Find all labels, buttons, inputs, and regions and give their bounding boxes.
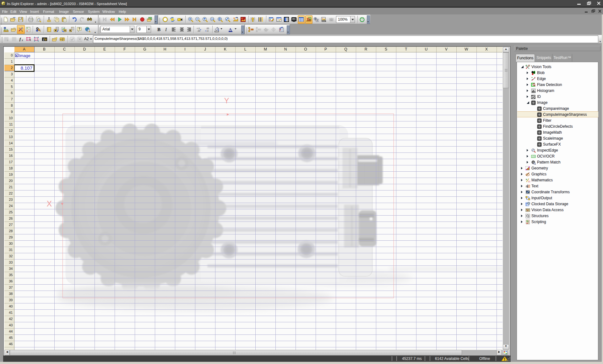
svg-text:x: x	[21, 38, 23, 42]
svg-text:b: b	[528, 185, 530, 188]
svg-text:123: 123	[532, 155, 535, 158]
svg-text:A: A	[229, 27, 232, 32]
svg-text:I: I	[165, 27, 167, 32]
svg-text:.00: .00	[206, 27, 209, 29]
svg-text:x: x	[526, 178, 527, 181]
svg-text:1x: 1x	[211, 18, 214, 20]
svg-text:B: B	[157, 27, 160, 32]
svg-text:T: T	[317, 19, 318, 22]
svg-text:$: $	[7, 39, 8, 42]
svg-text:a: a	[526, 185, 528, 188]
svg-text:f: f	[19, 37, 21, 41]
svg-text:1: 1	[43, 38, 45, 41]
svg-text:+.0: +.0	[197, 27, 200, 29]
svg-text:.00: .00	[197, 30, 200, 32]
svg-text:.0: .0	[207, 30, 209, 32]
svg-text:0: 0	[45, 38, 47, 41]
svg-text:v2s: v2s	[264, 30, 267, 32]
svg-text:?: ?	[79, 27, 80, 31]
svg-text:.01: .01	[528, 180, 530, 183]
